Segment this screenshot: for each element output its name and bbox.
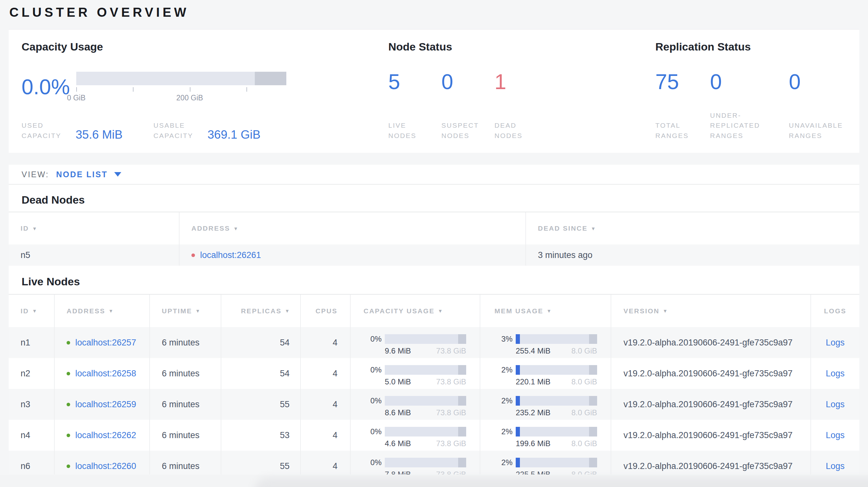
mem-bar xyxy=(516,458,597,467)
mem-percent: 2% xyxy=(494,396,513,405)
live-status-icon xyxy=(67,433,70,437)
live-status-icon xyxy=(67,341,70,345)
capacity-total: 73.8 GiB xyxy=(436,347,466,355)
dead-since-value: 3 minutes ago xyxy=(538,250,593,260)
mem-percent: 2% xyxy=(494,365,513,375)
mem-bar xyxy=(516,396,597,405)
dead-col-address[interactable]: ADDRESS ▼ xyxy=(180,212,526,245)
cpus-value: 4 xyxy=(333,430,338,441)
capacity-bar xyxy=(385,365,466,375)
uptime-value: 6 minutes xyxy=(162,399,199,410)
mem-bar-fill xyxy=(516,365,520,375)
live-col-version[interactable]: VERSION ▼ xyxy=(611,295,811,327)
total-ranges-count: 75 xyxy=(655,71,710,92)
dead-nodes-heading: Dead Nodes xyxy=(22,185,859,206)
sort-desc-icon[interactable]: ▼ xyxy=(32,308,37,314)
live-node-row: n6 localhost:26260 6 minutes 55 4 0% 7.8… xyxy=(9,451,859,475)
live-col-uptime[interactable]: UPTIME ▼ xyxy=(150,295,221,327)
node-address-link[interactable]: localhost:26257 xyxy=(75,338,136,348)
cpus-value: 4 xyxy=(333,369,338,379)
replicas-value: 53 xyxy=(280,430,289,441)
live-col-cpus[interactable]: CPUS xyxy=(301,295,351,327)
mem-usage-cell: 2% 199.6 MiB8.0 GiB xyxy=(480,420,611,451)
mem-percent: 2% xyxy=(494,427,513,436)
sort-desc-icon[interactable]: ▼ xyxy=(438,308,443,314)
capacity-usage-cell: 0% 9.6 MiB73.8 GiB xyxy=(351,327,480,358)
live-status-icon xyxy=(67,464,70,468)
logs-link[interactable]: Logs xyxy=(826,461,845,471)
logs-link[interactable]: Logs xyxy=(826,399,845,410)
capacity-bar-reserved-segment xyxy=(458,396,466,405)
mem-total: 8.0 GiB xyxy=(571,439,597,448)
axis-tick-label: 0 GiB xyxy=(67,94,86,102)
mem-bar-fill xyxy=(516,458,520,467)
node-address-link[interactable]: localhost:26261 xyxy=(200,250,261,260)
live-nodes-label: LIVE NODES xyxy=(388,120,432,140)
live-col-id[interactable]: ID ▼ xyxy=(9,295,55,327)
node-id: n3 xyxy=(21,399,30,410)
live-col-replicas-label: REPLICAS xyxy=(241,307,281,315)
sort-desc-icon[interactable]: ▼ xyxy=(591,226,596,231)
under-replicated-count: 0 xyxy=(710,71,789,92)
node-status-heading: Node Status xyxy=(388,40,655,53)
suspect-nodes-label: SUSPECT NODES xyxy=(441,120,485,140)
used-capacity-value: 35.6 MiB xyxy=(75,128,123,141)
uptime-value: 6 minutes xyxy=(162,430,199,441)
dead-col-id[interactable]: ID ▼ xyxy=(9,212,180,245)
chevron-down-icon[interactable] xyxy=(114,172,121,176)
live-col-mem-label: MEM USAGE xyxy=(494,307,544,315)
view-dropdown[interactable]: NODE LIST xyxy=(56,170,107,179)
logs-link[interactable]: Logs xyxy=(826,430,845,441)
mem-percent: 2% xyxy=(494,458,513,467)
unavailable-ranges-stat: 0 UNAVAILABLE RANGES xyxy=(789,71,846,140)
sort-desc-icon[interactable]: ▼ xyxy=(108,308,113,314)
version-value: v19.2.0-alpha.20190606-2491-gfe735c9a97 xyxy=(623,338,793,348)
live-node-row: n2 localhost:26258 6 minutes 54 4 0% 5.0… xyxy=(9,358,859,389)
capacity-usage-cell: 0% 5.0 MiB73.8 GiB xyxy=(351,358,480,389)
mem-bar-fill xyxy=(516,427,520,436)
live-col-cpus-label: CPUS xyxy=(316,307,338,315)
capacity-used: 8.6 MiB xyxy=(385,408,411,417)
sort-desc-icon[interactable]: ▼ xyxy=(285,308,289,314)
live-col-capacity-label: CAPACITY USAGE xyxy=(364,307,435,315)
live-col-address-label: ADDRESS xyxy=(67,307,105,315)
total-ranges-label: TOTAL RANGES xyxy=(655,120,699,140)
mem-bar-reserved-segment xyxy=(589,365,597,375)
capacity-bar-reserved-segment xyxy=(458,334,466,344)
live-col-replicas[interactable]: REPLICAS ▼ xyxy=(221,295,301,327)
sort-desc-icon[interactable]: ▼ xyxy=(233,226,238,231)
dead-col-dead-since[interactable]: DEAD SINCE ▼ xyxy=(526,212,859,245)
node-status-section: Node Status 5 LIVE NODES 0 SUSPECT NODES… xyxy=(388,40,655,140)
live-col-address[interactable]: ADDRESS ▼ xyxy=(55,295,150,327)
sort-desc-icon[interactable]: ▼ xyxy=(195,308,200,314)
node-address-link[interactable]: localhost:26258 xyxy=(75,369,136,379)
logs-link[interactable]: Logs xyxy=(826,369,845,379)
live-nodes-header-row: ID ▼ ADDRESS ▼ UPTIME ▼ REPLICAS ▼ CPUS xyxy=(9,294,859,327)
capacity-usage-cell: 0% 4.6 MiB73.8 GiB xyxy=(351,420,480,451)
replication-status-heading: Replication Status xyxy=(655,40,846,53)
node-id: n2 xyxy=(21,369,30,379)
capacity-usage-section: Capacity Usage 0.0% 0 GiB 200 GiB xyxy=(22,40,388,140)
uptime-value: 6 minutes xyxy=(162,461,199,471)
cpus-value: 4 xyxy=(333,399,338,410)
logs-link[interactable]: Logs xyxy=(826,338,845,348)
node-address-link[interactable]: localhost:26260 xyxy=(75,461,136,471)
sort-desc-icon[interactable]: ▼ xyxy=(663,308,668,314)
mem-bar xyxy=(516,334,597,344)
live-col-mem[interactable]: MEM USAGE ▼ xyxy=(480,295,611,327)
live-col-capacity[interactable]: CAPACITY USAGE ▼ xyxy=(351,295,480,327)
node-address-link[interactable]: localhost:26262 xyxy=(75,430,136,441)
capacity-bar: 0 GiB 200 GiB xyxy=(76,72,286,102)
axis-tick xyxy=(190,87,190,92)
axis-tick xyxy=(76,87,77,92)
sort-desc-icon[interactable]: ▼ xyxy=(32,226,37,231)
mem-bar-reserved-segment xyxy=(589,396,597,405)
mem-used: 220.1 MiB xyxy=(516,377,551,386)
live-node-row: n3 localhost:26259 6 minutes 55 4 0% 8.6… xyxy=(9,389,859,420)
sort-desc-icon[interactable]: ▼ xyxy=(547,308,551,314)
replicas-value: 55 xyxy=(280,399,289,410)
dead-nodes-header-row: ID ▼ ADDRESS ▼ DEAD SINCE ▼ xyxy=(9,212,859,245)
node-address-link[interactable]: localhost:26259 xyxy=(75,399,136,410)
capacity-bar-reserved-segment xyxy=(458,365,466,375)
mem-bar-fill xyxy=(516,396,520,405)
